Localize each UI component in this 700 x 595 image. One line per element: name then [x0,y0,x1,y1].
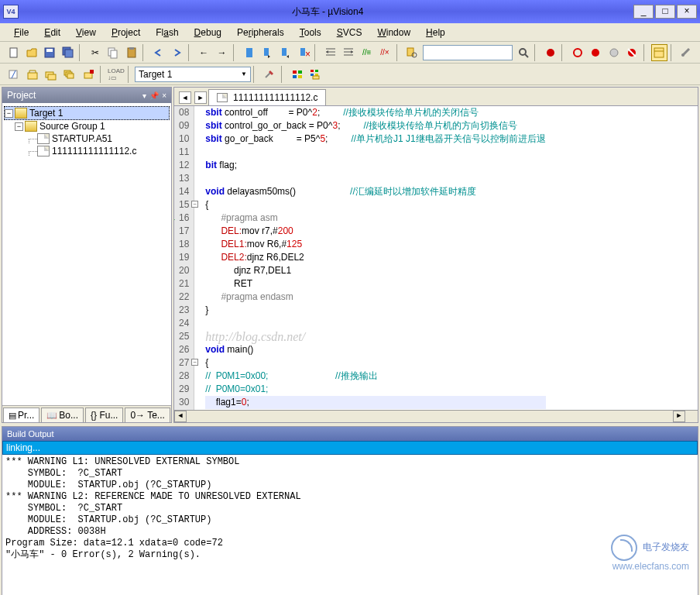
breakpoint-insert-button[interactable] [588,44,604,61]
code-editor[interactable]: 0809101112131415−16➔17181920212223242526… [174,106,698,410]
tree-group-label: Source Group 1 [39,121,105,132]
svg-rect-6 [111,50,117,58]
new-file-button[interactable] [5,44,22,61]
project-tree[interactable]: − Target 1 − Source Group 1 STARTUP.A51 [2,103,171,405]
breakpoint-enable-button[interactable] [569,44,585,61]
svg-rect-34 [84,73,92,78]
find-in-files-button[interactable] [404,44,420,61]
editor-area: ◄ ► 111111111111112.c 0809101112131415−1… [173,87,698,423]
tab-templates[interactable]: 0→ Te... [125,408,170,422]
menu-debug[interactable]: Debug [187,26,229,40]
paste-button[interactable] [123,44,139,61]
svg-rect-9 [246,48,252,57]
asm-file-icon [37,133,50,144]
find-combo[interactable] [423,45,513,60]
target-selector-value: Target 1 [139,69,172,80]
svg-point-19 [574,49,582,57]
bookmark-next-button[interactable] [277,44,293,61]
menu-help[interactable]: Help [418,26,453,40]
bookmark-clear-button[interactable]: × [295,44,311,61]
configure-button[interactable] [678,44,695,61]
rebuild-button[interactable] [43,66,60,83]
menu-svcs[interactable]: SVCS [329,26,370,40]
stop-build-button[interactable] [80,66,97,83]
breakpoint-disable-button[interactable] [606,44,622,61]
panel-pin-icon[interactable]: 📌 [149,91,159,100]
breakpoint-kill-button[interactable] [623,44,640,61]
folder-icon [25,121,37,132]
editor-hscroll[interactable]: ◄ ► [174,410,698,422]
save-button[interactable] [42,44,58,61]
menu-flash[interactable]: Flash [148,26,186,40]
translate-button[interactable] [5,66,22,83]
debug-button[interactable] [542,44,558,61]
copy-button[interactable] [105,44,122,61]
svg-text:×: × [305,49,310,59]
workspace: Project ▾ 📌 × − Target 1 − Source Group … [0,85,700,425]
cut-button[interactable]: ✂ [87,44,103,61]
tab-functions[interactable]: {} Fu... [85,408,123,422]
tree-target[interactable]: − Target 1 [4,106,170,120]
tree-file-label: STARTUP.A51 [52,133,112,144]
bookmark-button[interactable] [241,44,257,61]
project-panel-title: Project [7,90,36,101]
maximize-button[interactable]: □ [655,5,675,19]
target-icon [15,108,27,119]
source-area[interactable]: sbit control_off = P0^2; //接收模块传给单片机的关闭信… [194,106,550,410]
panel-dropdown-icon[interactable]: ▾ [142,91,146,100]
undo-button[interactable] [150,44,166,61]
comment-button[interactable]: //≡ [359,44,375,61]
tab-nav-prev[interactable]: ◄ [179,91,191,104]
close-button[interactable]: × [677,5,697,19]
menu-view[interactable]: View [68,26,104,40]
svg-rect-4 [65,50,73,57]
batch-build-button[interactable] [61,66,78,83]
title-bar: V4 小马车 - µVision4 _ □ × [0,0,700,23]
tab-books[interactable]: 📖 Bo... [41,408,84,422]
redo-button[interactable] [168,44,184,61]
target-options-button[interactable] [261,66,278,83]
find-button[interactable] [515,44,531,61]
svg-rect-30 [48,74,56,80]
tree-expand-icon[interactable]: − [5,109,13,118]
svg-rect-33 [67,74,74,78]
menu-edit[interactable]: Edit [36,26,68,40]
tree-file-label: 111111111111112.c [52,146,136,156]
nav-back-button[interactable]: ← [196,44,212,61]
c-file-icon [37,146,50,156]
download-button[interactable]: LOAD↓▭ [108,66,125,83]
menu-file[interactable]: File [6,26,36,40]
bookmark-prev-button[interactable] [259,44,275,61]
svg-rect-41 [315,70,318,72]
svg-rect-28 [28,73,37,79]
build-button[interactable] [24,66,41,83]
save-all-button[interactable] [60,44,76,61]
menu-tools[interactable]: Tools [292,26,329,40]
tab-nav-next[interactable]: ► [194,91,207,104]
nav-fwd-button[interactable]: → [214,44,230,61]
window-layout-button[interactable] [651,44,667,61]
tree-group[interactable]: − Source Group 1 [4,120,170,132]
menu-window[interactable]: Window [369,26,418,40]
tree-file[interactable]: STARTUP.A51 [4,132,170,145]
minimize-button[interactable]: _ [633,5,654,19]
indent-button[interactable] [322,44,338,61]
outdent-button[interactable] [341,44,357,61]
menu-project[interactable]: Project [104,26,148,40]
panel-close-icon[interactable]: × [162,91,166,100]
svg-rect-2 [46,49,53,52]
svg-rect-35 [90,70,94,74]
tab-project[interactable]: ▤ Pr... [3,408,39,422]
build-output-body[interactable]: *** WARNING L1: UNRESOLVED EXTERNAL SYMB… [2,455,698,595]
editor-tab[interactable]: 111111111111112.c [208,89,326,105]
uncomment-button[interactable]: //× [376,44,393,61]
svg-rect-14 [407,48,413,56]
menu-peripherals[interactable]: Peripherals [229,26,292,40]
tree-expand-icon[interactable]: − [15,122,23,131]
tree-file[interactable]: 111111111111112.c [4,145,170,157]
svg-point-20 [592,49,599,57]
manage-project-button[interactable] [289,66,306,83]
target-selector[interactable]: Target 1 ▼ [135,67,251,82]
open-button[interactable] [23,44,39,61]
manage-multi-button[interactable] [307,66,324,83]
